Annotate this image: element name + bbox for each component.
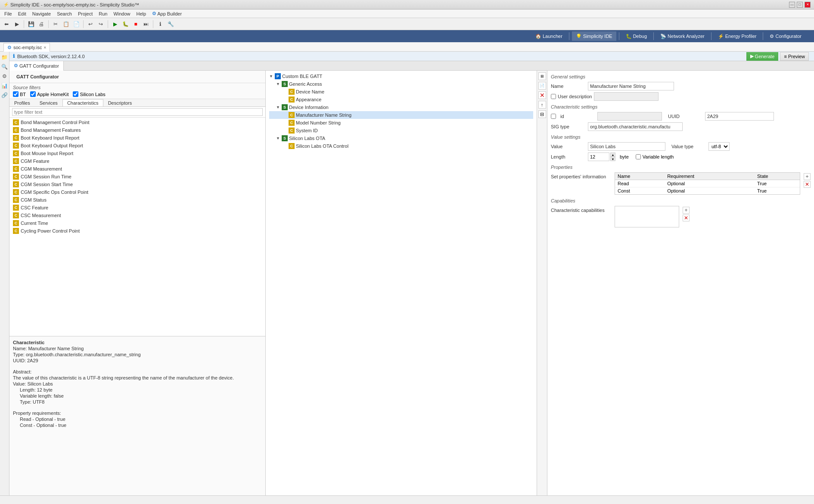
toolbar-run[interactable]: ▶ [110,19,120,29]
props-id-input[interactable] [597,112,662,121]
remove-capability-btn[interactable]: ✕ [683,215,690,221]
tab-characteristics[interactable]: Characteristics [62,99,103,106]
menu-edit[interactable]: Edit [16,11,29,17]
char-settings-checkbox[interactable] [551,114,556,119]
list-item[interactable]: CCSC Feature [9,204,265,212]
filter-apple-checkbox[interactable] [30,91,36,97]
close-btn[interactable]: ✕ [805,2,811,8]
props-value-input[interactable] [588,142,665,151]
side-icon-5[interactable]: 🔗 [1,91,9,99]
menu-help[interactable]: Help [134,11,149,17]
tree-item-device-info[interactable]: ▼ S Device Information [269,103,533,111]
tab-profiles[interactable]: Profiles [9,99,35,106]
tree-item-system-id[interactable]: ▶ C System ID [269,127,533,134]
menu-run[interactable]: Run [96,11,110,17]
tree-file-btn[interactable]: 📄 [538,82,546,90]
toolbar-btn-7[interactable]: 📄 [71,19,81,29]
props-name-input[interactable] [588,82,674,90]
menu-file[interactable]: File [2,11,15,17]
filter-silicon[interactable]: Silicon Labs [73,91,105,97]
list-item[interactable]: CCGM Status [9,196,265,204]
props-length-input[interactable] [588,152,609,161]
maximize-btn[interactable]: □ [797,2,803,8]
user-desc-checkbox[interactable] [551,94,556,99]
props-valuetype-select[interactable]: utf-8 hex int uint [708,142,730,151]
tree-up-btn[interactable]: ↑ [538,101,546,109]
filter-apple[interactable]: Apple HomeKit [30,91,68,97]
toolbar-btn-4[interactable]: 🖨 [37,19,46,29]
toolbar-btn-fwd[interactable]: ↪ [96,19,106,29]
toolbar-debug[interactable]: 🐛 [121,19,130,29]
tree-down-btn[interactable]: ⊟ [538,110,546,118]
toolbar-info[interactable]: ℹ [155,19,165,29]
menu-project[interactable]: Project [75,11,95,17]
tab-services[interactable]: Services [35,99,62,106]
menu-search[interactable]: Search [54,11,75,17]
list-item[interactable]: CCSC Measurement [9,212,265,219]
toolbar-btn-2[interactable]: ▶ [12,19,22,29]
variable-length-checkbox[interactable] [636,154,641,159]
tab-close-btn[interactable]: × [43,45,46,50]
tree-item-custom-ble[interactable]: ▼ P Custom BLE GATT [269,72,533,80]
props-sigtype-input[interactable] [588,122,683,131]
menu-app-builder[interactable]: ⚙ App Builder [149,10,184,17]
list-item[interactable]: CCGM Session Run Time [9,173,265,180]
toolbar-stop[interactable]: ■ [131,19,140,29]
side-icon-4[interactable]: 📊 [1,82,9,90]
toolbar-btn-1[interactable]: ⬅ [2,19,11,29]
list-item[interactable]: CCurrent Time [9,219,265,227]
tab-descriptors[interactable]: Descriptors [103,99,137,106]
filter-bt-checkbox[interactable] [13,91,19,97]
nav-debug[interactable]: 🐛 Debug [622,31,651,41]
toolbar-btn-back[interactable]: ↩ [86,19,95,29]
filter-bt[interactable]: BT [13,91,26,97]
list-item[interactable]: CBond Management Control Point [9,118,265,126]
preview-button[interactable]: ≡ Preview [780,52,809,61]
tree-item-model-number[interactable]: ▶ C Model Number String [269,119,533,127]
remove-property-btn[interactable]: ✕ [804,181,811,188]
nav-network-analyzer[interactable]: 📡 Network Analyzer [656,31,708,41]
nav-simplicity-ide[interactable]: 💡 Simplicity IDE [572,31,616,41]
tree-item-device-name[interactable]: ▶ C Device Name [269,88,533,96]
list-item[interactable]: CBond Management Features [9,126,265,134]
tab-soc-empty[interactable]: ⚙ soc-empty.isc × [3,43,50,52]
toolbar-btn-6[interactable]: 📋 [61,19,71,29]
nav-configurator[interactable]: ⚙ Configurator [766,31,805,41]
side-icon-3[interactable]: ⚙ [1,72,9,80]
props-uuid-input[interactable] [705,112,774,121]
tree-expand-btn[interactable]: ⊞ [538,72,546,80]
side-icon-1[interactable]: 📁 [1,53,9,61]
tree-item-generic-access[interactable]: ▼ S Generic Access [269,80,533,88]
spin-down[interactable]: ▼ [610,157,615,161]
menu-navigate[interactable]: Navigate [30,11,53,17]
list-item[interactable]: CCGM Measurement [9,165,265,173]
minimize-btn[interactable]: — [789,2,795,8]
add-capability-btn[interactable]: + [683,207,690,214]
list-item[interactable]: CCGM Session Start Time [9,180,265,188]
toolbar-btn-3[interactable]: 💾 [26,19,36,29]
toolbar-other[interactable]: 🔧 [166,19,175,29]
filter-silicon-checkbox[interactable] [73,91,78,97]
add-property-btn[interactable]: + [804,173,811,180]
props-user-desc-input[interactable] [594,92,659,101]
list-item[interactable]: CCGM Specific Ops Control Point [9,188,265,196]
tree-item-appearance[interactable]: ▶ C Appearance [269,96,533,103]
list-item[interactable]: CBoot Keyboard Output Report [9,142,265,149]
generate-button[interactable]: ▶ Generate [746,52,779,61]
list-item[interactable]: CBoot Keyboard Input Report [9,134,265,142]
nav-energy-profiler[interactable]: ⚡ Energy Profiler [714,31,761,41]
toolbar-resume[interactable]: ⏭ [141,19,151,29]
list-item[interactable]: CCGM Feature [9,157,265,165]
menu-window[interactable]: Window [111,11,133,17]
gatt-configurator-tab[interactable]: ⚙ GATT Configurator [9,61,64,71]
filter-input[interactable] [12,108,263,116]
list-item[interactable]: CBoot Mouse Input Report [9,149,265,157]
tree-item-silabs-ota-ctrl[interactable]: ▶ C Silicon Labs OTA Control [269,142,533,150]
tree-item-mfr-name[interactable]: ▶ C Manufacturer Name String [269,111,533,119]
list-item[interactable]: CCycling Power Control Point [9,227,265,235]
spin-up[interactable]: ▲ [610,152,615,157]
nav-launcher[interactable]: 🏠 Launcher [531,31,566,41]
toolbar-btn-5[interactable]: ✂ [51,19,60,29]
side-icon-2[interactable]: 🔍 [1,63,9,71]
tree-item-silabs-ota[interactable]: ▼ S Silicon Labs OTA [269,134,533,142]
